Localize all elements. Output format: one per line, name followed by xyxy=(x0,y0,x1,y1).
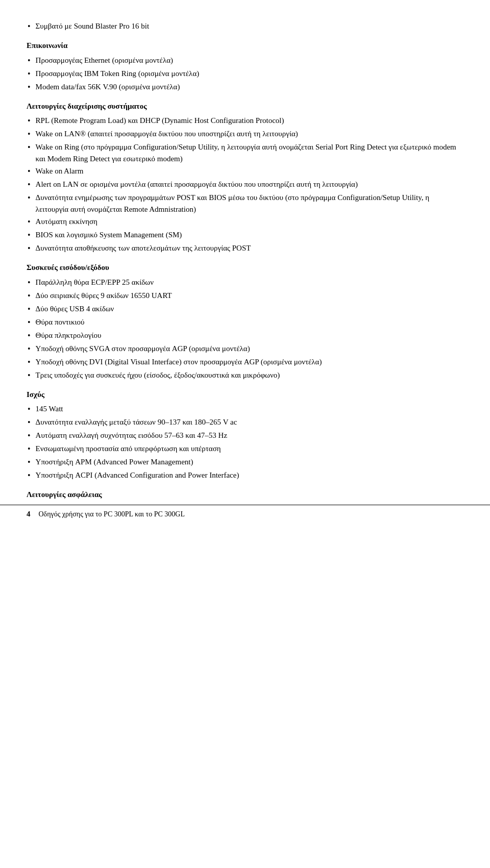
list-item: Δυνατότητα ενημέρωσης των προγραμμάτων P… xyxy=(27,192,463,215)
list-item: RPL (Remote Program Load) και DHCP (Dyna… xyxy=(27,115,463,127)
section3-list: Παράλληλη θύρα ECP/EPP 25 ακίδων Δύο σει… xyxy=(27,277,463,382)
page-footer: 4 Οδηγός χρήσης για το PC 300PL και το P… xyxy=(0,505,490,520)
list-item: Δύο σειριακές θύρες 9 ακίδων 16550 UART xyxy=(27,290,463,302)
list-item: Wake on Ring (στο πρόγραμμα Configuratio… xyxy=(27,141,463,164)
page-container: Συμβατό με Sound Blaster Pro 16 bit Επικ… xyxy=(0,0,490,535)
list-item: Αυτόματη εναλλαγή συχνότητας εισόδου 57–… xyxy=(27,430,463,442)
list-item: Υποδοχή οθόνης SVGA στον προσαρμογέα AGP… xyxy=(27,343,463,355)
list-item: Συμβατό με Sound Blaster Pro 16 bit xyxy=(27,20,463,33)
footer-text: Οδηγός χρήσης για το PC 300PL και το PC … xyxy=(39,509,185,519)
section2-list: RPL (Remote Program Load) και DHCP (Dyna… xyxy=(27,115,463,255)
intro-text: Συμβατό με Sound Blaster Pro 16 bit xyxy=(36,20,150,32)
list-item: Αυτόματη εκκίνηση xyxy=(27,216,463,228)
list-item: Δυνατότητα εναλλαγής μεταξύ τάσεων 90–13… xyxy=(27,416,463,429)
section-epikoinonia: Επικοινωνία Προσαρμογέας Ethernet (ορισμ… xyxy=(27,40,463,93)
list-item: Θύρα ποντικιού xyxy=(27,316,463,329)
section4-list: 145 Watt Δυνατότητα εναλλαγής μεταξύ τάσ… xyxy=(27,403,463,482)
section-management: Λειτουργίες διαχείρισης συστήματος RPL (… xyxy=(27,101,463,255)
section-power: Ισχύς 145 Watt Δυνατότητα εναλλαγής μετα… xyxy=(27,389,463,482)
section-heading-power: Ισχύς xyxy=(27,389,463,401)
section-heading-epikoinonia: Επικοινωνία xyxy=(27,40,463,52)
section-heading-management: Λειτουργίες διαχείρισης συστήματος xyxy=(27,101,463,112)
list-item: Ενσωματωμένη προστασία από υπερφόρτωση κ… xyxy=(27,443,463,455)
list-item: Modem data/fax 56K V.90 (ορισμένα μοντέλ… xyxy=(27,81,463,93)
section-heading-io: Συσκευές εισόδου/εξόδου xyxy=(27,262,463,274)
section1-list: Προσαρμογέας Ethernet (ορισμένα μοντέλα)… xyxy=(27,55,463,93)
list-item: Παράλληλη θύρα ECP/EPP 25 ακίδων xyxy=(27,277,463,289)
list-item: Προσαρμογέας Ethernet (ορισμένα μοντέλα) xyxy=(27,55,463,67)
intro-section: Συμβατό με Sound Blaster Pro 16 bit xyxy=(27,20,463,33)
list-item: Υποστήριξη ACPI (Advanced Configuration … xyxy=(27,469,463,482)
list-item: BIOS και λογισμικό System Management (SM… xyxy=(27,229,463,241)
list-item: Θύρα πληκτρολογίου xyxy=(27,330,463,342)
list-item: Υποστήριξη APM (Advanced Power Managemen… xyxy=(27,456,463,468)
list-item: Δυνατότητα αποθήκευσης των αποτελεσμάτων… xyxy=(27,242,463,255)
list-item: 145 Watt xyxy=(27,403,463,415)
page-number: 4 xyxy=(27,508,31,520)
list-item: Δύο θύρες USB 4 ακίδων xyxy=(27,303,463,315)
list-item: Wake on LAN® (απαιτεί προσαρμογέα δικτύο… xyxy=(27,128,463,140)
list-item: Υποδοχή οθόνης DVI (Digital Visual Inter… xyxy=(27,356,463,368)
list-item: Alert on LAN σε ορισμένα μοντέλα (απαιτε… xyxy=(27,179,463,191)
section-security: Λειτουργίες ασφάλειας xyxy=(27,489,463,501)
list-item: Προσαρμογέας IBM Token Ring (ορισμένα μο… xyxy=(27,68,463,80)
list-item: Τρεις υποδοχές για συσκευές ήχου (είσοδο… xyxy=(27,369,463,382)
section-heading-security: Λειτουργίες ασφάλειας xyxy=(27,489,463,501)
section-io: Συσκευές εισόδου/εξόδου Παράλληλη θύρα E… xyxy=(27,262,463,382)
list-item: Wake on Alarm xyxy=(27,165,463,178)
